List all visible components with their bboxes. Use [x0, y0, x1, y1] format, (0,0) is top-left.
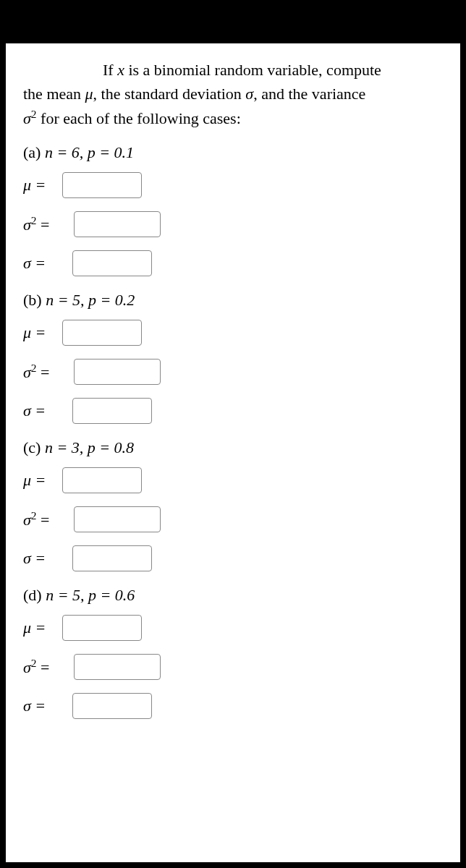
mu-input-a[interactable] [62, 172, 142, 198]
var-x: x [117, 61, 124, 79]
variance-row: σ2 = [23, 211, 443, 237]
case-d: (d) n = 5, p = 0.6 μ = σ2 = σ = [23, 586, 443, 719]
case-letter: (d) [23, 586, 46, 604]
variance-input-b[interactable] [74, 359, 161, 385]
sigma-input-b[interactable] [72, 398, 152, 424]
case-c-header: (c) n = 3, p = 0.8 [23, 438, 443, 457]
sigma-label: σ = [23, 697, 62, 715]
case-letter: (b) [23, 291, 46, 309]
sigma-symbol: σ [23, 109, 31, 127]
variance-label: σ2 = [23, 362, 74, 382]
page-content: If x is a binomial random variable, comp… [6, 43, 460, 862]
case-letter: (c) [23, 438, 45, 456]
exponent: 2 [31, 108, 37, 120]
sigma-row: σ = [23, 250, 443, 276]
sigma-label: σ = [23, 254, 62, 273]
variance-input-c[interactable] [74, 506, 161, 532]
sigma-row: σ = [23, 398, 443, 424]
variance-input-a[interactable] [74, 211, 161, 237]
case-b-header: (b) n = 5, p = 0.2 [23, 291, 443, 310]
mu-label: μ = [23, 323, 62, 342]
case-letter: (a) [23, 143, 45, 161]
problem-intro: If x is a binomial random variable, comp… [23, 58, 443, 130]
variance-row: σ2 = [23, 359, 443, 385]
sigma-symbol: σ [245, 85, 253, 103]
variance-label: σ2 = [23, 509, 74, 529]
sigma-row: σ = [23, 693, 443, 719]
variance-row: σ2 = [23, 506, 443, 532]
sigma-input-d[interactable] [72, 693, 152, 719]
case-d-header: (d) n = 5, p = 0.6 [23, 586, 443, 605]
case-params: n = 3, p = 0.8 [45, 438, 134, 456]
sigma-label: σ = [23, 401, 62, 420]
variance-label: σ2 = [23, 657, 74, 677]
intro-text: for each of the following cases: [37, 109, 241, 127]
mu-row: μ = [23, 320, 443, 346]
case-params: n = 6, p = 0.1 [45, 143, 134, 161]
case-b: (b) n = 5, p = 0.2 μ = σ2 = σ = [23, 291, 443, 424]
mu-input-b[interactable] [62, 320, 142, 346]
variance-label: σ2 = [23, 214, 74, 234]
intro-text: is a binomial random variable, compute [124, 61, 381, 79]
sigma-row: σ = [23, 545, 443, 571]
case-a: (a) n = 6, p = 0.1 μ = σ2 = σ = [23, 143, 443, 276]
sigma-input-c[interactable] [72, 545, 152, 571]
mu-input-c[interactable] [62, 467, 142, 493]
sigma-label: σ = [23, 549, 62, 568]
mu-input-d[interactable] [62, 615, 142, 641]
case-params: n = 5, p = 0.2 [46, 291, 135, 309]
mu-label: μ = [23, 471, 62, 490]
variance-input-d[interactable] [74, 654, 161, 680]
intro-text: , and the variance [253, 85, 365, 103]
case-a-header: (a) n = 6, p = 0.1 [23, 143, 443, 162]
mu-label: μ = [23, 618, 62, 637]
case-c: (c) n = 3, p = 0.8 μ = σ2 = σ = [23, 438, 443, 571]
case-params: n = 5, p = 0.6 [46, 586, 135, 604]
mu-symbol: μ [85, 85, 93, 103]
sigma-input-a[interactable] [72, 250, 152, 276]
mu-row: μ = [23, 615, 443, 641]
mu-row: μ = [23, 467, 443, 493]
intro-text: , the standard deviation [93, 85, 246, 103]
intro-text: If [103, 61, 117, 79]
intro-text: the mean [23, 85, 85, 103]
mu-label: μ = [23, 176, 62, 195]
mu-row: μ = [23, 172, 443, 198]
variance-row: σ2 = [23, 654, 443, 680]
